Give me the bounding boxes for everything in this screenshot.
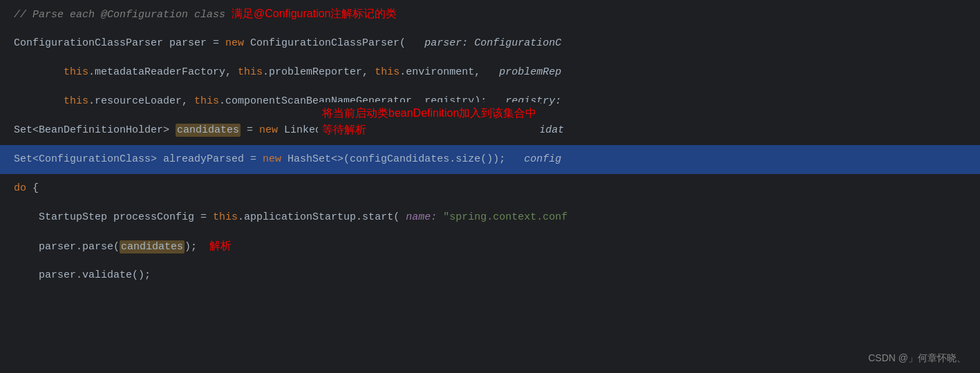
code-text-2: ConfigurationClassParser parser = new Co…: [14, 29, 561, 58]
inline-parse-label: 解析: [209, 240, 232, 251]
code-line-5: Set<BeanDefinitionHolder> candidates = n…: [0, 116, 980, 145]
code-text-9: parser.parse(candidates); 解析: [14, 231, 232, 262]
code-line-9: parser.parse(candidates); 解析: [0, 232, 980, 261]
code-line-4: this.resourceLoader, this.componentScanB…: [0, 87, 980, 116]
code-text-4: this.resourceLoader, this.componentScanB…: [14, 87, 561, 116]
code-text-7: do {: [14, 174, 39, 203]
code-line-6: Set<ConfigurationClass> alreadyParsed = …: [0, 145, 980, 174]
code-text-6: Set<ConfigurationClass> alreadyParsed = …: [14, 145, 561, 174]
code-text-3: this.metadataReaderFactory, this.problem…: [14, 58, 561, 87]
annotation-cn-1: 满足@Configuration注解标记的类: [232, 8, 397, 19]
code-line-3: this.metadataReaderFactory, this.problem…: [0, 58, 980, 87]
code-text-8: StartupStep processConfig = this.applica…: [14, 203, 567, 232]
code-line-10: parser.validate();: [0, 261, 980, 290]
code-text-5: Set<BeanDefinitionHolder> candidates = n…: [14, 116, 564, 145]
code-editor: // Parse each @Configuration class 满足@Co…: [0, 0, 980, 373]
code-line-7: do {: [0, 174, 980, 203]
watermark: CSDN @」何章怀晓、: [868, 352, 966, 365]
code-line-1: // Parse each @Configuration class 满足@Co…: [0, 0, 980, 29]
code-line-2: ConfigurationClassParser parser = new Co…: [0, 29, 980, 58]
code-line-8: StartupStep processConfig = this.applica…: [0, 203, 980, 232]
code-text-1: // Parse each @Configuration class 满足@Co…: [14, 0, 397, 30]
code-text-10: parser.validate();: [14, 261, 151, 290]
